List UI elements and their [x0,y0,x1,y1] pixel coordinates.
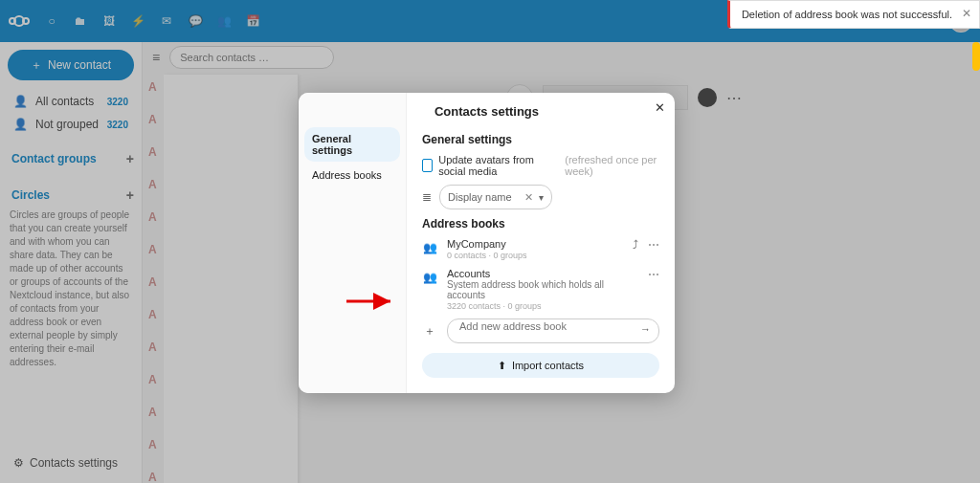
checkbox-label: Update avatars from social media [438,154,559,177]
addressbook-name: MyCompany [447,238,623,250]
select-value: Display name [448,191,512,203]
sort-select[interactable]: Display name ✕ ▾ [439,185,552,209]
addressbook-item: 👥 Accounts System address book which hol… [422,268,659,311]
upload-icon: ⬆ [498,360,506,372]
nav-address-books[interactable]: Address books [304,164,400,187]
addressbook-meta: 3220 contacts · 0 groups [447,301,638,311]
update-avatars-checkbox[interactable]: Update avatars from social media (refres… [422,154,659,177]
settings-modal: ✕ Contacts settings General settings Add… [299,93,675,393]
add-addressbook-row: ＋ → [422,318,659,343]
share-icon[interactable]: ⤴ [633,238,638,252]
general-settings-heading: General settings [422,133,659,146]
close-icon[interactable]: ✕ [962,7,971,20]
group-icon: 👥 [422,240,437,255]
addressbook-meta: 0 contacts · 0 groups [447,251,623,260]
add-addressbook-input[interactable] [457,319,639,333]
more-icon[interactable]: ⋯ [648,268,659,281]
error-toast: Deletion of address book was not success… [727,0,980,29]
submit-arrow-icon[interactable]: → [640,323,651,335]
group-icon: 👥 [422,270,437,285]
nav-general-settings[interactable]: General settings [304,127,400,162]
modal-nav: General settings Address books [299,93,407,393]
chevron-down-icon: ▾ [539,192,544,203]
plus-icon: ＋ [422,323,437,340]
clear-icon[interactable]: ✕ [524,191,533,204]
scrollbar-thumb[interactable] [972,42,980,71]
sort-icon: ≣ [422,190,432,204]
checkbox-hint: (refreshed once per week) [565,154,659,177]
modal-title: Contacts settings [299,104,675,119]
add-addressbook-input-wrapper: → [447,318,659,343]
addressbook-name: Accounts [447,268,638,279]
checkbox-icon [422,159,433,172]
address-books-heading: Address books [422,217,659,231]
addressbook-description: System address book which holds all acco… [447,279,638,300]
more-icon[interactable]: ⋯ [648,238,659,252]
import-label: Import contacts [512,360,584,371]
import-contacts-button[interactable]: ⬆ Import contacts [422,353,659,378]
toast-message: Deletion of address book was not success… [742,9,952,20]
addressbook-item: 👥 MyCompany 0 contacts · 0 groups ⤴ ⋯ [422,238,659,260]
